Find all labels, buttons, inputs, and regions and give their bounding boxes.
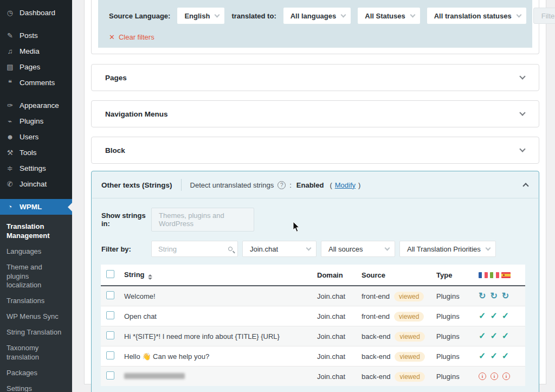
row-checkbox[interactable] <box>106 351 114 359</box>
sidebar-item-label: Users <box>20 133 38 141</box>
translated-check-icon[interactable]: ✓ <box>502 352 509 361</box>
string-value <box>124 372 185 381</box>
translated-check-icon[interactable]: ✓ <box>502 332 509 340</box>
sort-icon[interactable] <box>148 274 152 280</box>
in-progress-icon[interactable]: ↻ <box>502 292 509 300</box>
in-progress-icon[interactable]: ↻ <box>490 292 497 300</box>
sidebar-item-comments[interactable]: ❝ Comments <box>0 75 72 91</box>
accordion-title: Pages <box>105 74 520 82</box>
source-value: front-end <box>362 312 390 320</box>
filter-by-label: Filter by: <box>101 245 151 253</box>
sidebar-item-appearance[interactable]: ✑ Appearance <box>0 98 72 113</box>
strings-section-header: Other texts (Strings) Detect untranslate… <box>92 171 539 198</box>
string-search-input[interactable] <box>158 245 228 253</box>
clear-filters-button[interactable]: ✕ Clear filters <box>109 33 521 41</box>
sidebar-item-posts[interactable]: ✎ Posts <box>0 28 72 43</box>
chevron-down-icon <box>410 12 415 17</box>
sidebar-item-users[interactable]: ☻ Users <box>0 129 72 145</box>
needs-update-icon[interactable]: i <box>502 372 510 380</box>
chevron-down-icon <box>306 245 312 250</box>
italian-flag <box>490 272 499 278</box>
chevron-down-icon <box>516 12 521 17</box>
sidebar-item-wpml[interactable]: ◔ WPML <box>0 199 72 215</box>
submenu-item-translations[interactable]: Translations <box>0 293 72 309</box>
target-languages-select[interactable]: All languages <box>283 8 351 24</box>
submenu-item-taxonomy-translation[interactable]: Taxonomy translation <box>0 340 72 365</box>
translation-priorities-select[interactable]: All Translation Priorities <box>399 241 496 257</box>
row-checkbox[interactable] <box>106 311 114 319</box>
detect-colon: : <box>289 181 292 189</box>
translation-status-icons: ↻↻↻ <box>479 292 522 300</box>
type-value: Plugins <box>433 367 475 387</box>
settings-icon: ≑ <box>5 164 15 172</box>
show-strings-in-label: Show strings in: <box>101 211 151 228</box>
select-all-checkbox[interactable] <box>106 270 114 278</box>
translated-check-icon[interactable]: ✓ <box>490 352 497 361</box>
row-checkbox[interactable] <box>106 371 114 380</box>
translated-check-icon[interactable]: ✓ <box>479 312 486 320</box>
row-checkbox[interactable] <box>106 331 114 339</box>
sidebar-item-media[interactable]: ♫ Media <box>0 43 72 59</box>
translated-check-icon[interactable]: ✓ <box>479 332 486 340</box>
dashboard-icon: ◷ <box>5 9 15 17</box>
string-value: Open chat <box>124 312 157 320</box>
translation-status-icons: ✓✓✓ <box>479 312 522 320</box>
submenu-item-settings[interactable]: Settings <box>0 381 72 392</box>
clear-x-icon: ✕ <box>109 33 115 41</box>
string-value: Hi *{SITE}*! I need more info about {TIT… <box>124 332 280 340</box>
column-header-string[interactable]: String <box>121 265 314 286</box>
vertical-divider <box>181 179 182 191</box>
submenu-item-languages[interactable]: Languages <box>0 244 72 260</box>
domain-value: Join.chat <box>314 306 358 326</box>
source-language-select[interactable]: English <box>177 8 224 24</box>
sidebar-item-joinchat[interactable]: ✆ Joinchat <box>0 176 72 192</box>
wrench-icon: ⚒ <box>5 149 15 157</box>
type-value: Plugins <box>433 306 475 326</box>
statuses-select[interactable]: All Statuses <box>358 8 420 24</box>
submenu-item-string-translation[interactable]: String Translation <box>0 325 72 340</box>
sidebar-item-dashboard[interactable]: ◷ Dashboard <box>0 5 72 21</box>
sidebar-item-plugins[interactable]: ⌁ Plugins <box>0 113 72 129</box>
modify-link[interactable]: Modify <box>335 181 356 189</box>
translated-check-icon[interactable]: ✓ <box>490 332 497 340</box>
needs-update-icon[interactable]: i <box>479 372 486 380</box>
submenu-item-theme-and-plugins-localization[interactable]: Theme and plugins localization <box>0 260 72 294</box>
sources-select[interactable]: All sources <box>321 241 395 257</box>
needs-update-icon[interactable]: i <box>491 372 498 380</box>
domain-select[interactable]: Join.chat <box>242 241 317 257</box>
help-icon[interactable]: ? <box>278 181 286 189</box>
accordion-block[interactable]: Block <box>91 137 539 164</box>
table-row: Hi *{SITE}*! I need more info about {TIT… <box>101 326 525 346</box>
collapse-section-chevron-up-icon[interactable] <box>522 183 528 189</box>
submenu-item-wp-menus-sync[interactable]: WP Menus Sync <box>0 309 72 325</box>
source-value: back-end <box>362 352 390 361</box>
translated-check-icon[interactable]: ✓ <box>479 352 486 361</box>
other-texts-strings-section: Other texts (Strings) Detect untranslate… <box>91 171 539 392</box>
accordion-pages[interactable]: Pages <box>91 64 539 91</box>
sidebar-item-pages[interactable]: ▤ Pages <box>0 59 72 75</box>
translation-status-icons: ✓✓✓ <box>479 332 522 340</box>
column-header-domain: Domain <box>314 265 358 286</box>
in-progress-icon[interactable]: ↻ <box>479 292 486 300</box>
table-header-row: String Domain Source Type <box>101 265 525 286</box>
accordion-navigation-menus[interactable]: Navigation Menus <box>91 100 539 127</box>
show-strings-in-value[interactable]: Themes, plugins and WordPress <box>151 208 254 232</box>
translated-check-icon[interactable]: ✓ <box>490 312 497 320</box>
accordion-title: Navigation Menus <box>105 110 520 118</box>
wpml-icon: ◔ <box>5 203 15 211</box>
translation-statuses-select[interactable]: All translation statuses <box>427 8 526 24</box>
sidebar-item-settings[interactable]: ≑ Settings <box>0 160 72 176</box>
sidebar-item-label: Posts <box>20 31 38 40</box>
filter-button[interactable]: Filter <box>533 8 555 24</box>
submenu-item-packages[interactable]: Packages <box>0 365 72 381</box>
translated-check-icon[interactable]: ✓ <box>502 312 509 320</box>
viewed-badge: viewed <box>395 352 424 362</box>
user-icon: ☻ <box>5 133 15 141</box>
row-checkbox[interactable] <box>106 291 114 299</box>
sidebar-item-label: Tools <box>20 149 37 157</box>
chevron-down-icon <box>519 146 525 152</box>
submenu-item-translation-management[interactable]: Translation Management <box>0 219 72 244</box>
sidebar-item-tools[interactable]: ⚒ Tools <box>0 145 72 160</box>
detect-untranslated-label: Detect untranslated strings <box>190 181 274 189</box>
sidebar-item-label: Pages <box>20 63 40 71</box>
